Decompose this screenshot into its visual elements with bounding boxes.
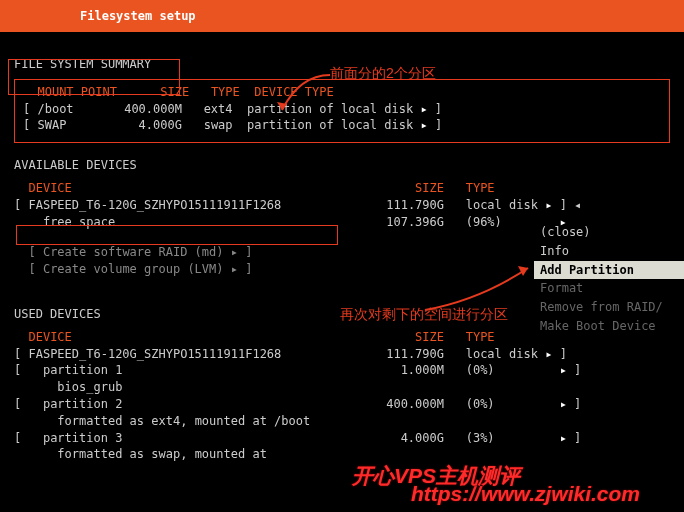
watermark: 开心VPS主机测评 https://www.zjwiki.com	[411, 479, 640, 508]
chevron-right-icon: ▸	[560, 431, 567, 445]
used-part2-sub: formatted as ext4, mounted at /boot	[14, 413, 670, 430]
chevron-right-icon: ▸	[560, 397, 567, 411]
available-header: DEVICE SIZE TYPE	[14, 180, 670, 197]
chevron-right-icon: ▸	[560, 363, 567, 377]
chevron-right-icon: ▸	[231, 245, 238, 259]
available-title: AVAILABLE DEVICES	[14, 157, 670, 174]
used-device-row[interactable]: [ FASPEED_T6-120G_SZHYPO15111911F1268 11…	[14, 346, 670, 363]
fs-summary-header: MOUNT POINT SIZE TYPE DEVICE TYPE	[23, 84, 661, 101]
used-part3-sub: formatted as swap, mounted at	[14, 446, 670, 463]
used-part1-row[interactable]: [ partition 1 1.000M (0%) ▸ ]	[14, 362, 670, 379]
chevron-left-icon: ◂	[574, 198, 581, 212]
available-device-row[interactable]: [ FASPEED_T6-120G_SZHYPO15111911F1268 11…	[14, 197, 670, 214]
context-menu: (close) Info Add Partition Format Remove…	[534, 223, 684, 336]
fs-row-boot[interactable]: [ /boot 400.000M ext4 partition of local…	[23, 101, 661, 118]
window-title-bar: Filesystem setup	[0, 0, 684, 32]
fs-row-swap[interactable]: [ SWAP 4.000G swap partition of local di…	[23, 117, 661, 134]
chevron-right-icon: ▸	[420, 102, 427, 116]
fs-summary-box: MOUNT POINT SIZE TYPE DEVICE TYPE [ /boo…	[14, 79, 670, 143]
menu-format: Format	[534, 279, 684, 298]
menu-close[interactable]: (close)	[534, 223, 684, 242]
used-part3-row[interactable]: [ partition 3 4.000G (3%) ▸ ]	[14, 430, 670, 447]
chevron-right-icon: ▸	[231, 262, 238, 276]
annotation-mid: 再次对剩下的空间进行分区	[340, 305, 508, 325]
window-title: Filesystem setup	[80, 8, 196, 25]
used-part1-sub: bios_grub	[14, 379, 670, 396]
used-part2-row[interactable]: [ partition 2 400.000M (0%) ▸ ]	[14, 396, 670, 413]
menu-remove: Remove from RAID/	[534, 298, 684, 317]
chevron-right-icon: ▸	[420, 118, 427, 132]
menu-add-partition[interactable]: Add Partition	[534, 261, 684, 280]
chevron-right-icon: ▸	[545, 198, 552, 212]
annotation-top: 前面分的2个分区	[330, 64, 436, 84]
chevron-right-icon: ▸	[545, 347, 552, 361]
menu-boot: Make Boot Device	[534, 317, 684, 336]
watermark-cn: 开心VPS主机测评	[352, 461, 520, 490]
menu-info[interactable]: Info	[534, 242, 684, 261]
